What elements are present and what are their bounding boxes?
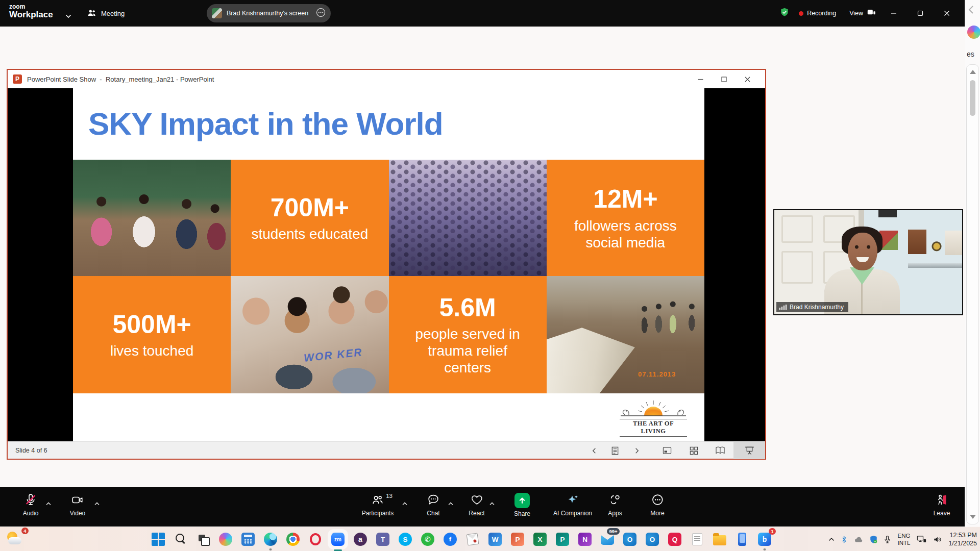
ppt-close-button[interactable] <box>736 70 759 88</box>
participant-video-tile[interactable]: Brad Krishnamurthy <box>773 209 963 315</box>
stat-label: students educated <box>251 226 368 242</box>
shield-check-icon[interactable] <box>779 7 790 20</box>
leave-button[interactable]: Leave <box>934 493 950 517</box>
taskbar-clock[interactable]: 12:53 PM 1/21/2025 <box>948 531 977 548</box>
network-icon[interactable] <box>917 535 926 543</box>
window-minimize-button[interactable] <box>885 6 902 21</box>
taskbar-weather-widget[interactable]: 4 <box>6 531 28 548</box>
participants-options-caret[interactable] <box>402 498 408 508</box>
ai-companion-button[interactable]: AI Companion <box>553 493 592 517</box>
bing-badge: 1 <box>769 528 776 535</box>
windows-security-shield-icon[interactable] <box>870 535 877 544</box>
microphone-icon[interactable] <box>884 535 891 544</box>
video-button[interactable]: Video <box>70 493 85 517</box>
react-options-caret[interactable] <box>489 498 495 508</box>
scroll-down-arrow[interactable] <box>970 515 976 519</box>
taskbar-edge-button[interactable] <box>263 532 278 546</box>
art-of-living-text: THE ART OF LIVING <box>620 419 687 437</box>
taskbar-teams-button[interactable]: T <box>376 532 390 546</box>
taskbar-asana-button[interactable]: a <box>353 532 368 546</box>
participants-icon: 13 <box>371 493 384 506</box>
ellipsis-circle-icon[interactable] <box>316 8 326 19</box>
slideshow-canvas[interactable]: SKY Impact in the World 700M+ students e… <box>8 88 765 441</box>
taskbar-onenote-button[interactable]: N <box>578 532 592 546</box>
participants-button[interactable]: 13 Participants <box>362 493 394 517</box>
recording-indicator[interactable]: Recording <box>799 10 836 17</box>
taskbar-copilot-button[interactable] <box>218 532 233 546</box>
taskbar-facebook-button[interactable]: f <box>443 532 457 546</box>
taskbar-search-button[interactable] <box>174 532 188 546</box>
view-button[interactable]: View <box>849 9 876 18</box>
taskbar-mail-button[interactable]: 99+ <box>600 532 615 546</box>
window-close-button[interactable] <box>938 6 955 21</box>
language-line1: ENG <box>897 533 910 539</box>
slide-menu-button[interactable] <box>605 442 625 459</box>
taskbar-whatsapp-button[interactable]: ✆ <box>421 532 435 546</box>
partial-text: es <box>967 50 974 58</box>
next-slide-button[interactable] <box>626 442 647 459</box>
asana-app-icon: a <box>354 533 367 546</box>
stat-value: 500M+ <box>112 310 191 340</box>
participant-face <box>848 233 877 270</box>
taskbar-powerpoint-button[interactable]: P <box>510 532 525 546</box>
taskbar-word-button[interactable]: W <box>488 532 502 546</box>
leave-door-icon <box>935 493 948 506</box>
chat-label: Chat <box>427 510 439 517</box>
bluetooth-icon[interactable] <box>841 535 847 544</box>
tray-show-hidden-icons-caret[interactable] <box>828 537 835 541</box>
taskbar-phone-link-button[interactable] <box>735 532 749 546</box>
audio-button[interactable]: Audio <box>23 493 39 517</box>
share-button[interactable]: Share <box>514 493 530 517</box>
chat-bubble-icon <box>427 493 440 506</box>
onedrive-cloud-icon[interactable] <box>853 536 863 543</box>
taskbar-calculator-button[interactable] <box>241 532 255 546</box>
photo-large-crowd <box>389 160 547 276</box>
outlook-app-icon: O <box>623 533 636 546</box>
audio-options-caret[interactable] <box>46 498 52 508</box>
taskbar-q-app-button[interactable]: Q <box>668 532 682 546</box>
video-options-caret[interactable] <box>94 498 100 508</box>
language-indicator[interactable]: ENG INTL <box>897 532 910 547</box>
participants-label: Participants <box>362 510 394 517</box>
skype-app-icon: S <box>399 533 412 546</box>
tab-screen-share[interactable]: Brad Krishnamurthy's screen <box>207 4 331 22</box>
taskbar-start-button[interactable] <box>151 532 165 546</box>
taskbar-zoom-button[interactable]: zm <box>331 532 345 546</box>
scrollbar-thumb[interactable] <box>970 80 975 116</box>
speaker-icon[interactable] <box>933 536 942 543</box>
taskbar-notepad-button[interactable] <box>690 532 704 546</box>
taskbar-bing-button[interactable]: b1 <box>757 532 772 546</box>
ppt-maximize-button[interactable] <box>712 70 736 88</box>
apps-button[interactable]: Apps <box>608 493 622 517</box>
taskbar-opera-button[interactable] <box>308 532 323 546</box>
scroll-up-arrow[interactable] <box>970 70 976 74</box>
taskbar-skype-button[interactable]: S <box>398 532 412 546</box>
slideshow-view-button[interactable] <box>733 442 765 459</box>
slide-sorter-view-button[interactable] <box>683 442 704 459</box>
chat-options-caret[interactable] <box>448 498 454 508</box>
previous-slide-button[interactable] <box>584 442 604 459</box>
taskbar-outlook-button[interactable]: O <box>623 532 637 546</box>
react-button[interactable]: React <box>469 493 484 517</box>
tab-meeting[interactable]: Meeting <box>82 5 130 21</box>
window-maximize-button[interactable] <box>912 6 929 21</box>
normal-view-button[interactable] <box>657 442 677 459</box>
powerpoint-titlebar[interactable]: P PowerPoint Slide Show - Rotary_meeting… <box>8 70 765 88</box>
facebook-app-icon: f <box>444 533 457 546</box>
taskbar-publisher-button[interactable]: P <box>555 532 570 546</box>
taskbar-chrome-button[interactable] <box>286 532 300 546</box>
chat-button[interactable]: Chat <box>427 493 440 517</box>
desktop-scrollbar[interactable] <box>966 64 979 524</box>
taskbar-outlook-new-button[interactable]: O <box>645 532 659 546</box>
taskbar-file-explorer-button[interactable] <box>713 532 727 546</box>
taskbar-mail-letter-button[interactable] <box>465 532 480 546</box>
reading-view-button[interactable] <box>710 442 730 459</box>
chevron-down-icon[interactable] <box>65 11 71 20</box>
more-button[interactable]: More <box>650 493 664 517</box>
taskbar-task-view-button[interactable] <box>196 532 210 546</box>
powerpoint-window-controls <box>689 70 759 88</box>
brand-workplace: Workplace <box>9 10 53 19</box>
art-of-living-logo: THE ART OF LIVING <box>620 397 687 431</box>
ppt-minimize-button[interactable] <box>689 70 712 88</box>
taskbar-excel-button[interactable]: X <box>533 532 547 546</box>
